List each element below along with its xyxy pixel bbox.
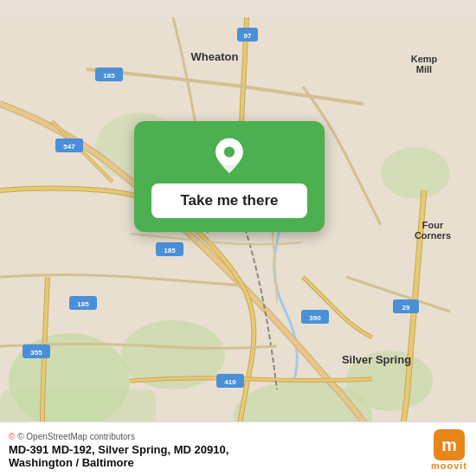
map-container: 97 185 185 185 547 390 410 355 29 Wheato…: [0, 0, 476, 476]
bottom-bar: © © OpenStreetMap contributors MD-391 MD…: [0, 421, 476, 476]
svg-text:547: 547: [63, 143, 75, 151]
svg-text:185: 185: [103, 72, 115, 80]
svg-text:410: 410: [224, 378, 236, 386]
svg-point-33: [224, 146, 235, 157]
svg-text:390: 390: [309, 314, 321, 322]
osm-attribution: © © OpenStreetMap contributors: [9, 432, 228, 441]
svg-text:29: 29: [402, 304, 410, 312]
map-svg: 97 185 185 185 547 390 410 355 29 Wheato…: [0, 0, 476, 476]
svg-text:Corners: Corners: [415, 230, 451, 241]
svg-text:Silver Spring: Silver Spring: [342, 353, 411, 366]
svg-text:m: m: [441, 435, 457, 454]
svg-text:355: 355: [30, 349, 42, 357]
svg-text:185: 185: [164, 247, 176, 254]
svg-text:Kemp: Kemp: [411, 54, 438, 64]
svg-point-5: [381, 147, 450, 199]
moovit-logo: m moovit: [431, 429, 467, 471]
moovit-brand-text: moovit: [431, 460, 467, 471]
svg-text:97: 97: [244, 32, 252, 40]
bottom-left: © © OpenStreetMap contributors MD-391 MD…: [9, 432, 228, 469]
svg-text:Mill: Mill: [416, 64, 432, 74]
moovit-icon: m: [434, 429, 465, 460]
osm-copyright-symbol: ©: [9, 432, 15, 441]
location-text: MD-391 MD-192, Silver Spring, MD 20910, …: [9, 443, 228, 469]
svg-text:Four: Four: [422, 220, 444, 230]
osm-attribution-text: © OpenStreetMap contributors: [17, 432, 135, 441]
take-me-there-button[interactable]: Take me there: [151, 183, 307, 218]
location-pin-icon: [210, 137, 248, 175]
svg-text:185: 185: [77, 300, 89, 308]
button-overlay: Take me there: [134, 121, 325, 232]
svg-text:Wheaton: Wheaton: [191, 50, 239, 63]
location-address: MD-391 MD-192, Silver Spring, MD 20910,: [9, 443, 228, 456]
location-region: Washington / Baltimore: [9, 456, 134, 469]
